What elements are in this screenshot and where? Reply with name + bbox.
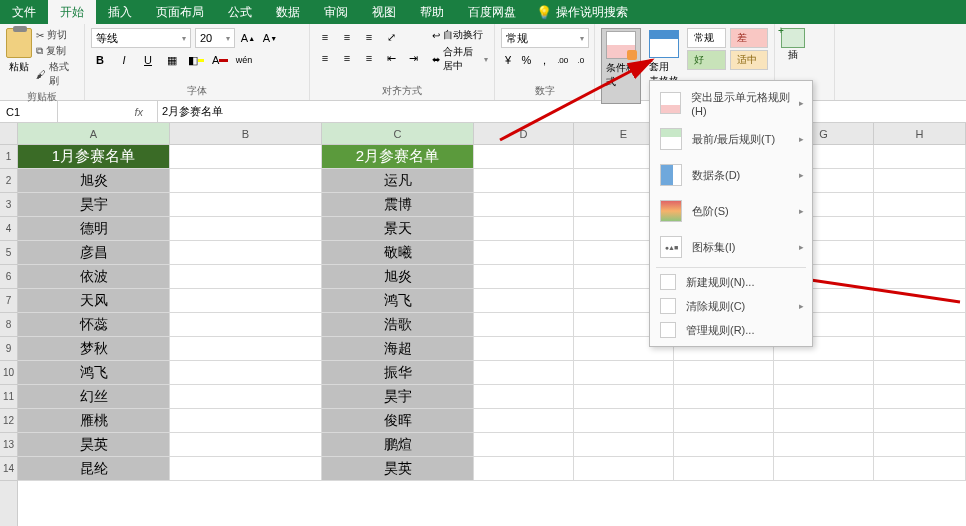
style-neutral[interactable]: 适中 <box>730 50 769 70</box>
phonetic-button[interactable]: wén <box>235 51 253 69</box>
col-header-H[interactable]: H <box>874 123 966 144</box>
cf-topbottom-rules[interactable]: 最前/最后规则(T)▸ <box>650 121 812 157</box>
cf-color-scales[interactable]: 色阶(S)▸ <box>650 193 812 229</box>
cell-G10[interactable] <box>774 361 874 385</box>
cell-A9[interactable]: 梦秋 <box>18 337 170 361</box>
cell-C11[interactable]: 昊宇 <box>322 385 474 409</box>
align-middle-button[interactable]: ≡ <box>338 28 356 46</box>
cells[interactable]: 1月参赛名单 2月参赛名单 旭炎运凡 昊宇震博 德明景天 彦昌敬曦 依波旭炎 天… <box>18 145 966 481</box>
menu-formulas[interactable]: 公式 <box>216 0 264 24</box>
cell-C14[interactable]: 昊英 <box>322 457 474 481</box>
percent-button[interactable]: % <box>519 51 533 69</box>
cell-D3[interactable] <box>474 193 574 217</box>
cell-G11[interactable] <box>774 385 874 409</box>
menu-review[interactable]: 审阅 <box>312 0 360 24</box>
cf-manage-rules[interactable]: 管理规则(R)... <box>650 318 812 342</box>
merge-center-button[interactable]: ⬌合并后居中▾ <box>432 45 488 73</box>
row-header-5[interactable]: 5 <box>0 241 17 265</box>
cell-H14[interactable] <box>874 457 966 481</box>
row-header-3[interactable]: 3 <box>0 193 17 217</box>
cell-C10[interactable]: 振华 <box>322 361 474 385</box>
conditional-formatting-button[interactable]: 条件格式 <box>601 28 641 104</box>
cell-A8[interactable]: 怀蕊 <box>18 313 170 337</box>
cell-A1[interactable]: 1月参赛名单 <box>18 145 170 169</box>
bold-button[interactable]: B <box>91 51 109 69</box>
cell-H7[interactable] <box>874 289 966 313</box>
insert-button[interactable]: 插 <box>781 28 805 62</box>
select-all-button[interactable] <box>0 123 17 145</box>
align-bottom-button[interactable]: ≡ <box>360 28 378 46</box>
cell-H3[interactable] <box>874 193 966 217</box>
cell-H13[interactable] <box>874 433 966 457</box>
cell-C7[interactable]: 鸿飞 <box>322 289 474 313</box>
cf-highlight-rules[interactable]: 突出显示单元格规则(H)▸ <box>650 85 812 121</box>
cell-D2[interactable] <box>474 169 574 193</box>
menu-view[interactable]: 视图 <box>360 0 408 24</box>
menu-search[interactable]: 💡 操作说明搜索 <box>536 4 628 21</box>
cell-C4[interactable]: 景天 <box>322 217 474 241</box>
cell-D14[interactable] <box>474 457 574 481</box>
align-left-button[interactable]: ≡ <box>316 49 334 67</box>
cell-D11[interactable] <box>474 385 574 409</box>
cell-A7[interactable]: 天风 <box>18 289 170 313</box>
cell-F10[interactable] <box>674 361 774 385</box>
cell-H2[interactable] <box>874 169 966 193</box>
number-format-select[interactable]: 常规▾ <box>501 28 589 48</box>
cell-A4[interactable]: 德明 <box>18 217 170 241</box>
cf-clear-rules[interactable]: 清除规则(C)▸ <box>650 294 812 318</box>
cf-new-rule[interactable]: 新建规则(N)... <box>650 270 812 294</box>
decrease-font-button[interactable]: A▼ <box>261 29 279 47</box>
row-header-12[interactable]: 12 <box>0 409 17 433</box>
row-header-8[interactable]: 8 <box>0 313 17 337</box>
menu-home[interactable]: 开始 <box>48 0 96 24</box>
cell-D10[interactable] <box>474 361 574 385</box>
cell-E10[interactable] <box>574 361 674 385</box>
cell-H8[interactable] <box>874 313 966 337</box>
cell-B11[interactable] <box>170 385 322 409</box>
font-color-button[interactable]: A <box>211 51 229 69</box>
cell-F11[interactable] <box>674 385 774 409</box>
cell-C2[interactable]: 运凡 <box>322 169 474 193</box>
align-center-button[interactable]: ≡ <box>338 49 356 67</box>
row-header-14[interactable]: 14 <box>0 457 17 481</box>
row-header-1[interactable]: 1 <box>0 145 17 169</box>
menu-baidupan[interactable]: 百度网盘 <box>456 0 528 24</box>
col-header-C[interactable]: C <box>322 123 474 144</box>
cell-B2[interactable] <box>170 169 322 193</box>
row-header-10[interactable]: 10 <box>0 361 17 385</box>
cell-B3[interactable] <box>170 193 322 217</box>
cf-data-bars[interactable]: 数据条(D)▸ <box>650 157 812 193</box>
cell-H11[interactable] <box>874 385 966 409</box>
cell-C9[interactable]: 海超 <box>322 337 474 361</box>
style-bad[interactable]: 差 <box>730 28 769 48</box>
cell-D7[interactable] <box>474 289 574 313</box>
cell-E12[interactable] <box>574 409 674 433</box>
cell-D13[interactable] <box>474 433 574 457</box>
cell-A13[interactable]: 昊英 <box>18 433 170 457</box>
cell-C12[interactable]: 俊晖 <box>322 409 474 433</box>
increase-decimal-button[interactable]: .00 <box>556 51 570 69</box>
border-button[interactable]: ▦ <box>163 51 181 69</box>
row-header-6[interactable]: 6 <box>0 265 17 289</box>
cell-B4[interactable] <box>170 217 322 241</box>
cell-F14[interactable] <box>674 457 774 481</box>
cell-A2[interactable]: 旭炎 <box>18 169 170 193</box>
format-painter-button[interactable]: 🖌格式刷 <box>36 60 78 88</box>
cell-C3[interactable]: 震博 <box>322 193 474 217</box>
cell-H4[interactable] <box>874 217 966 241</box>
underline-button[interactable]: U <box>139 51 157 69</box>
cell-C6[interactable]: 旭炎 <box>322 265 474 289</box>
cell-C5[interactable]: 敬曦 <box>322 241 474 265</box>
copy-button[interactable]: ⧉复制 <box>36 44 78 58</box>
cell-E14[interactable] <box>574 457 674 481</box>
increase-font-button[interactable]: A▲ <box>239 29 257 47</box>
cell-A14[interactable]: 昆纶 <box>18 457 170 481</box>
cell-A11[interactable]: 幻丝 <box>18 385 170 409</box>
paste-button[interactable]: 粘贴 <box>6 28 32 74</box>
row-header-2[interactable]: 2 <box>0 169 17 193</box>
cell-F12[interactable] <box>674 409 774 433</box>
menu-insert[interactable]: 插入 <box>96 0 144 24</box>
fill-color-button[interactable]: ◧ <box>187 51 205 69</box>
col-header-D[interactable]: D <box>474 123 574 144</box>
cut-button[interactable]: ✂剪切 <box>36 28 78 42</box>
